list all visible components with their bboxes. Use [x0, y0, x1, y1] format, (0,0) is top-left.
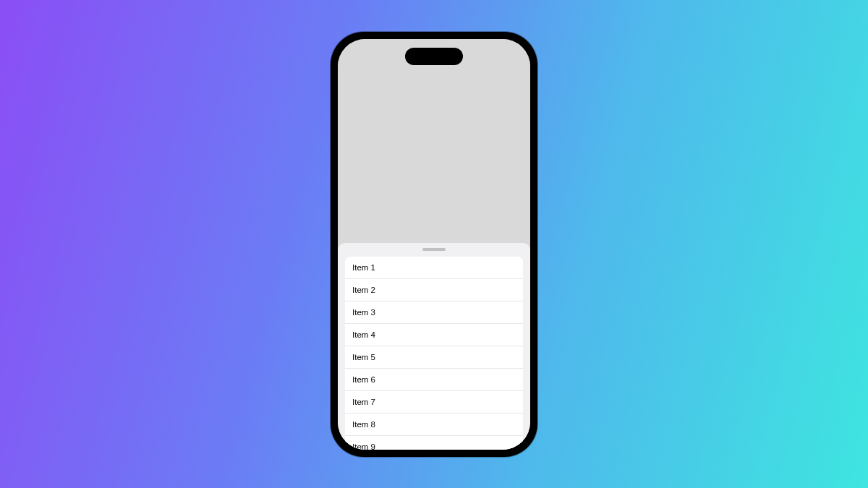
- list-item[interactable]: Item 1: [345, 257, 523, 279]
- dynamic-island: [405, 48, 463, 65]
- list-item[interactable]: Item 5: [345, 346, 523, 369]
- list-item[interactable]: Item 8: [345, 414, 523, 436]
- phone-screen: Item 1 Item 2 Item 3 Item 4 Item 5 Item …: [338, 39, 530, 450]
- list-item-label: Item 4: [352, 330, 375, 339]
- background-content-area: [338, 39, 530, 243]
- list-item[interactable]: Item 9: [345, 436, 523, 449]
- list-item-label: Item 7: [352, 398, 375, 406]
- list-item[interactable]: Item 3: [345, 301, 523, 324]
- list-item-label: Item 8: [352, 420, 375, 429]
- list-item[interactable]: Item 6: [345, 369, 523, 391]
- list-item-label: Item 1: [352, 263, 375, 272]
- phone-device-frame: Item 1 Item 2 Item 3 Item 4 Item 5 Item …: [331, 32, 537, 457]
- sheet-grabber-handle[interactable]: [422, 248, 446, 251]
- items-list[interactable]: Item 1 Item 2 Item 3 Item 4 Item 5 Item …: [345, 257, 523, 450]
- bottom-sheet[interactable]: Item 1 Item 2 Item 3 Item 4 Item 5 Item …: [338, 243, 530, 450]
- list-item-label: Item 9: [352, 442, 375, 449]
- list-item-label: Item 5: [352, 353, 375, 361]
- list-item[interactable]: Item 4: [345, 324, 523, 346]
- list-item[interactable]: Item 2: [345, 279, 523, 301]
- list-item[interactable]: Item 7: [345, 391, 523, 414]
- list-item-label: Item 3: [352, 308, 375, 317]
- list-item-label: Item 2: [352, 286, 375, 294]
- list-item-label: Item 6: [352, 375, 375, 384]
